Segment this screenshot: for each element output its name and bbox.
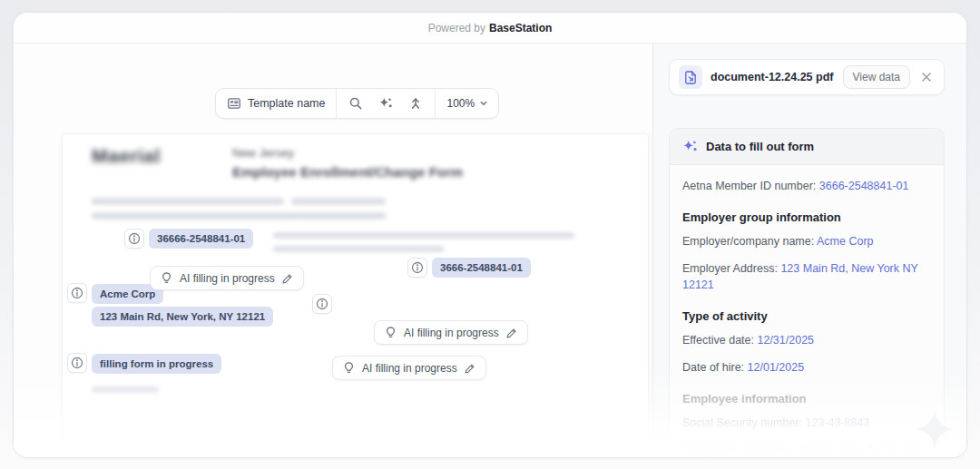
document-title-line2: Employee Enrollment/Change Form <box>232 164 463 180</box>
field-label: Employer Address: <box>682 262 778 275</box>
info-button[interactable] <box>312 294 332 314</box>
field-value: Acme Corp <box>817 235 874 248</box>
sparkle-watermark <box>914 408 956 450</box>
section-heading: Employee information <box>682 392 931 405</box>
template-icon <box>227 96 241 111</box>
ai-filling-pill[interactable]: AI filling in progress <box>332 356 486 380</box>
template-name-label: Template name <box>248 97 325 110</box>
blurred-text-line <box>92 386 159 393</box>
field-label: Employer/company name: <box>682 235 814 248</box>
search-icon[interactable] <box>344 89 368 118</box>
powered-by-text: Powered by <box>428 22 485 34</box>
toolbar-tools <box>336 89 435 118</box>
lightbulb-icon <box>342 361 356 375</box>
pencil-icon[interactable] <box>281 272 294 285</box>
blurred-text-line <box>273 246 444 252</box>
brand-name: BaseStation <box>489 22 552 34</box>
data-panel-body: Aetna Member ID number: 3666-2548841-01 … <box>670 165 944 458</box>
ai-filling-label: AI filling in progress <box>362 362 457 375</box>
file-name: document-12.24.25 pdf <box>710 71 835 83</box>
field-date-of-hire: Date of hire: 12/01/2025 <box>682 359 931 376</box>
file-import-icon <box>679 65 702 89</box>
info-button[interactable] <box>67 283 87 303</box>
data-panel-header: Data to fill out form <box>670 129 944 165</box>
blurred-text-line <box>92 198 284 205</box>
info-button[interactable] <box>124 229 144 249</box>
ai-filling-label: AI filling in progress <box>404 327 499 339</box>
field-label: Last name, first name, middle initial: <box>682 443 863 455</box>
field-label: Aetna Member ID number: <box>682 180 816 192</box>
blurred-text-line <box>291 198 386 205</box>
field-ssn: Social Security number: 123-43-8843 <box>682 415 931 432</box>
app-window: Powered by BaseStation Template name <box>13 12 967 458</box>
data-panel-title: Data to fill out form <box>706 140 814 153</box>
ai-filling-pill[interactable]: AI filling in progress <box>374 320 528 345</box>
section-employer-group: Employer group information Employer/comp… <box>682 210 931 294</box>
field-effective-date: Effective date: 12/31/2025 <box>682 332 931 349</box>
field-chip-member-id[interactable]: 36666-2548841-01 <box>149 229 253 249</box>
powered-by-bar: Powered by BaseStation <box>14 13 966 44</box>
field-chip-member-id[interactable]: 3666-2548841-01 <box>432 258 531 278</box>
view-data-button[interactable]: View data <box>843 65 910 89</box>
sparkles-icon <box>682 139 698 154</box>
data-panel: Data to fill out form Aetna Member ID nu… <box>669 128 945 457</box>
section-heading: Employer group information <box>682 210 931 224</box>
sparkles-icon[interactable] <box>374 89 397 118</box>
document-viewer: Template name <box>14 44 652 457</box>
zoom-control[interactable]: 100% <box>435 89 498 118</box>
ai-filling-label: AI filling in progress <box>180 272 275 285</box>
field-value: 123-43-8843 <box>806 416 870 429</box>
field-employer-address: Employer Address: 123 Main Rd, New York … <box>682 260 931 295</box>
field-label: Effective date: <box>682 334 754 347</box>
blurred-text-line <box>291 212 386 220</box>
section-heading: Type of activity <box>682 309 931 323</box>
field-chip-address[interactable]: 123 Main Rd, New York, NY 12121 <box>92 307 273 327</box>
field-label: Date of hire: <box>682 361 744 374</box>
pencil-icon[interactable] <box>464 362 476 375</box>
pencil-icon[interactable] <box>505 327 518 339</box>
ai-filling-pill[interactable]: AI filling in progress <box>150 266 304 290</box>
section-type-of-activity: Type of activity Effective date: 12/31/2… <box>682 309 931 376</box>
zoom-level-value: 100% <box>446 97 475 110</box>
field-company-name: Employer/company name: Acme Corp <box>682 233 931 250</box>
close-icon[interactable] <box>918 69 935 85</box>
field-value: 3666-2548841-01 <box>819 180 909 192</box>
viewer-toolbar: Template name <box>215 88 499 119</box>
field-value: 12/01/2025 <box>748 361 805 374</box>
data-sidebar: document-12.24.25 pdf View data Data to … <box>653 44 966 457</box>
info-button[interactable] <box>67 353 87 373</box>
section-employee-information: Employee information Social Security num… <box>682 392 931 459</box>
lightbulb-icon <box>160 271 173 285</box>
field-label: Social Security number: <box>682 416 802 429</box>
file-card: document-12.24.25 pdf View data <box>669 59 945 95</box>
document-title-line1: New Jersey <box>232 146 294 160</box>
field-chip-status[interactable]: filling form in progress <box>92 354 221 374</box>
lightbulb-icon <box>384 326 397 339</box>
field-name: Last name, first name, middle initial: S… <box>682 441 931 458</box>
arrow-up-icon[interactable] <box>404 89 427 118</box>
blurred-text-line <box>273 232 574 239</box>
blurred-text-line <box>92 212 293 220</box>
document-logo: Maerial <box>92 145 161 167</box>
template-name-button[interactable]: Template name <box>216 89 336 118</box>
field-value: 12/31/2025 <box>757 334 814 347</box>
info-button[interactable] <box>407 258 427 278</box>
field-member-id: Aetna Member ID number: 3666-2548841-01 <box>682 178 931 195</box>
chevron-down-icon <box>480 101 487 106</box>
